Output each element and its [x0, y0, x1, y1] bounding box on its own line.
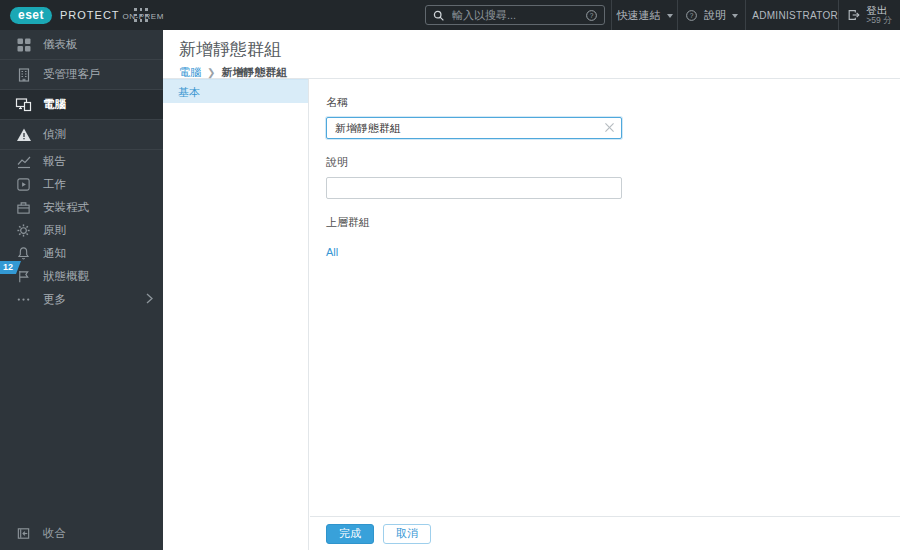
global-search[interactable]: ? — [425, 5, 605, 25]
bell-icon — [15, 245, 32, 262]
quick-links-label: 快速連結 — [617, 8, 661, 23]
sidebar: 儀表板 受管理客戶 電腦 偵測 — [0, 30, 163, 550]
sidebar-item-tasks[interactable]: 工作 — [0, 173, 163, 196]
content-header: 新增靜態群組 電腦 ❯ 新增靜態群組 — [163, 30, 900, 79]
collapse-icon — [15, 525, 32, 542]
logout-text: 登出 >59 分 — [866, 4, 891, 26]
dashboard-icon — [15, 36, 32, 53]
sidebar-item-label: 受管理客戶 — [43, 67, 101, 82]
description-field-wrap — [326, 177, 622, 199]
chevron-down-icon — [732, 14, 738, 18]
name-label: 名稱 — [326, 95, 884, 110]
chart-icon — [15, 153, 32, 170]
svg-text:?: ? — [690, 11, 694, 18]
ellipsis-icon — [15, 291, 32, 308]
product-name-text: PROTECT — [60, 9, 120, 21]
breadcrumb-current: 新增靜態群組 — [221, 65, 287, 80]
search-input[interactable] — [450, 8, 580, 22]
main-content: 新增靜態群組 電腦 ❯ 新增靜態群組 基本 名稱 說明 上層群組 All — [163, 30, 900, 550]
sidebar-item-reports[interactable]: 報告 — [0, 150, 163, 173]
sidebar-collapse-button[interactable]: 收合 — [0, 520, 163, 546]
sidebar-item-label: 更多 — [43, 292, 66, 307]
name-field-wrap — [326, 117, 622, 139]
breadcrumb: 電腦 ❯ 新增靜態群組 — [179, 65, 900, 80]
sidebar-item-policies[interactable]: 原則 — [0, 219, 163, 242]
parent-group-label: 上層群組 — [326, 215, 884, 230]
parent-group-link[interactable]: All — [326, 246, 338, 258]
top-bar: eset PROTECTON-PREM ? 快速連結 ? 說明 — [0, 0, 900, 30]
package-icon — [15, 199, 32, 216]
wizard-step-list: 基本 — [163, 79, 309, 550]
collapse-label: 收合 — [43, 526, 66, 541]
form-panel: 名稱 說明 上層群組 All 完成 取消 — [310, 79, 900, 550]
help-icon: ? — [685, 9, 698, 22]
sidebar-item-label: 安裝程式 — [43, 200, 89, 215]
session-timeout: >59 分 — [866, 16, 891, 26]
sidebar-item-dashboard[interactable]: 儀表板 — [0, 30, 163, 60]
sidebar-item-label: 原則 — [43, 223, 66, 238]
search-icon — [432, 9, 445, 22]
computers-icon — [15, 96, 32, 113]
sidebar-item-label: 狀態概觀 — [43, 269, 89, 284]
sidebar-item-label: 通知 — [43, 246, 66, 261]
sidebar-item-label: 偵測 — [43, 127, 66, 142]
description-input[interactable] — [326, 177, 622, 199]
sidebar-item-label: 儀表板 — [43, 37, 78, 52]
breadcrumb-separator-icon: ❯ — [207, 67, 215, 78]
eset-logo: eset — [10, 7, 52, 24]
play-icon — [15, 176, 32, 193]
gear-icon — [15, 222, 32, 239]
description-label: 說明 — [326, 155, 884, 170]
help-label: 說明 — [704, 8, 726, 23]
sidebar-item-detections[interactable]: 偵測 — [0, 120, 163, 150]
sidebar-item-installers[interactable]: 安裝程式 — [0, 196, 163, 219]
finish-button[interactable]: 完成 — [326, 524, 374, 544]
sidebar-item-label: 報告 — [43, 154, 66, 169]
sidebar-item-computers[interactable]: 電腦 — [0, 90, 163, 120]
form-footer: 完成 取消 — [310, 516, 900, 550]
breadcrumb-parent-link[interactable]: 電腦 — [179, 65, 201, 80]
user-menu[interactable]: ADMINISTRATOR — [745, 0, 838, 30]
topbar-right: 快速連結 ? 說明 ADMINISTRATOR 登出 >59 分 — [611, 0, 900, 30]
product-name: PROTECTON-PREM — [60, 9, 164, 21]
name-input[interactable] — [326, 117, 622, 139]
status-flag-icon — [15, 268, 32, 285]
sidebar-item-label: 電腦 — [43, 97, 66, 112]
logout-button[interactable]: 登出 >59 分 — [838, 0, 900, 30]
cancel-button[interactable]: 取消 — [383, 524, 431, 544]
sidebar-item-label: 工作 — [43, 177, 66, 192]
tab-basic[interactable]: 基本 — [163, 79, 308, 103]
app-grid-icon[interactable] — [134, 8, 148, 22]
logout-icon — [847, 8, 861, 22]
clear-input-icon[interactable] — [603, 121, 616, 134]
chevron-down-icon — [667, 14, 673, 18]
sidebar-item-notifications[interactable]: 通知 — [0, 242, 163, 265]
quick-links-menu[interactable]: 快速連結 — [611, 0, 677, 30]
sidebar-item-more[interactable]: 更多 — [0, 288, 163, 311]
sidebar-item-status-overview[interactable]: 狀態概觀 — [0, 265, 163, 288]
help-menu[interactable]: ? 說明 — [677, 0, 745, 30]
warning-triangle-icon — [15, 126, 32, 143]
chevron-right-icon — [145, 293, 154, 306]
svg-text:?: ? — [590, 11, 594, 18]
sidebar-item-managed-customers[interactable]: 受管理客戶 — [0, 60, 163, 90]
building-icon — [15, 66, 32, 83]
user-name: ADMINISTRATOR — [752, 10, 838, 21]
search-help-icon[interactable]: ? — [585, 9, 598, 22]
page-title: 新增靜態群組 — [179, 38, 900, 61]
